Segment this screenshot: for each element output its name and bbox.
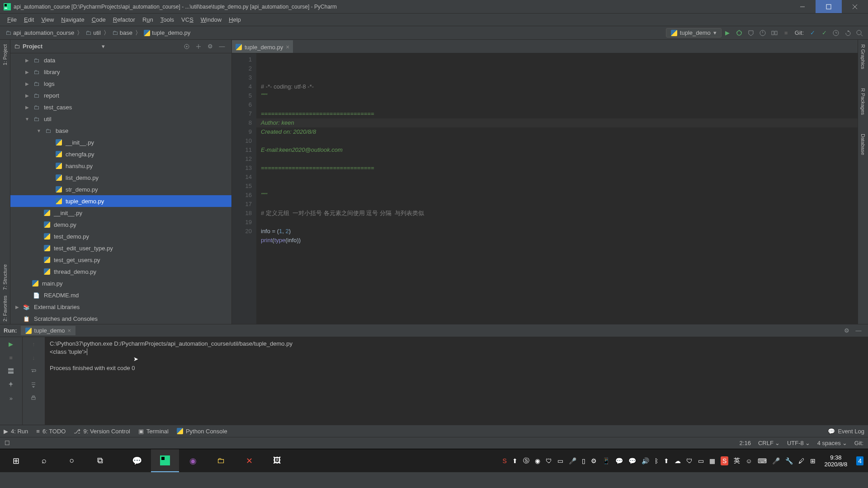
clock[interactable]: 9:38 2020/8/8: [821, 454, 851, 468]
chevron-icon[interactable]: ▶: [24, 81, 30, 86]
tray-icon[interactable]: 📱: [602, 457, 610, 465]
app-icon[interactable]: 🖼: [263, 449, 291, 472]
start-button[interactable]: ⊞: [2, 449, 30, 472]
wechat-icon[interactable]: 💬: [123, 449, 151, 472]
code-area[interactable]: # -*- coding: utf-8 -*- """ ============…: [256, 53, 858, 324]
ime-icon[interactable]: S: [721, 456, 728, 465]
tree-node[interactable]: list_demo.py: [10, 172, 231, 183]
tray-icon[interactable]: Ⓢ: [523, 457, 529, 465]
up-button[interactable]: ↑: [23, 337, 45, 351]
tray-icon[interactable]: ☁: [675, 457, 681, 465]
tray-icon[interactable]: ⊞: [810, 457, 816, 465]
tray-icon[interactable]: 🎤: [569, 457, 576, 465]
ime-lang[interactable]: 英: [734, 457, 740, 465]
chevron-icon[interactable]: ▶: [24, 105, 30, 110]
search-button[interactable]: ⌕: [30, 449, 58, 472]
vcs-update-button[interactable]: ✓: [807, 27, 818, 39]
git-branch[interactable]: Git:: [854, 440, 863, 446]
chevron-icon[interactable]: ▶: [24, 93, 30, 98]
close-button[interactable]: [842, 0, 868, 13]
tray-icon[interactable]: ▦: [709, 457, 715, 465]
app-icon[interactable]: ◉: [179, 449, 207, 472]
hide-button[interactable]: —: [853, 325, 864, 337]
run-output[interactable]: C:\Python37\python.exe D:/PycharmProject…: [45, 337, 868, 425]
maximize-button[interactable]: [816, 0, 842, 13]
stop-button[interactable]: ■: [780, 27, 792, 39]
tab-event-log[interactable]: 💬Event Log: [828, 428, 864, 435]
menu-help[interactable]: Help: [225, 14, 245, 25]
tree-node[interactable]: hanshu.py: [10, 160, 231, 172]
tree-node[interactable]: thread_demo.py: [10, 266, 231, 277]
tree-node[interactable]: ▶library: [10, 66, 231, 78]
minimize-button[interactable]: [789, 0, 816, 13]
tray-icon[interactable]: ⌨: [758, 457, 767, 465]
sidebar-tab-graphics[interactable]: R Graphics: [859, 42, 867, 72]
tree-node[interactable]: ▶test_cases: [10, 101, 231, 113]
tree-node[interactable]: Scratches and Consoles: [10, 313, 231, 324]
expand-button[interactable]: [193, 41, 204, 52]
sidebar-tab-structure[interactable]: 7: Structure: [1, 262, 9, 293]
profile-button[interactable]: [757, 27, 769, 39]
close-tab-icon[interactable]: ×: [286, 43, 289, 51]
menu-tools[interactable]: Tools: [157, 14, 178, 25]
tray-icon[interactable]: 💬: [615, 457, 623, 465]
project-tree[interactable]: ▶data▶library▶logs▶report▶test_cases▼uti…: [10, 53, 231, 324]
vcs-history-button[interactable]: [830, 27, 842, 39]
chevron-icon[interactable]: ▶: [24, 70, 30, 75]
rerun-button[interactable]: ▶: [0, 337, 22, 351]
task-view-button[interactable]: ⧉: [86, 449, 114, 472]
close-icon[interactable]: ×: [68, 327, 71, 334]
tree-node[interactable]: tuple_demo.py: [10, 195, 231, 207]
sidebar-tab-packages[interactable]: R Packages: [859, 85, 867, 117]
menu-edit[interactable]: Edit: [20, 14, 38, 25]
hide-button[interactable]: —: [216, 41, 228, 52]
tree-node[interactable]: ▶data: [10, 54, 231, 66]
tree-node[interactable]: chengfa.py: [10, 148, 231, 160]
chevron-icon[interactable]: ▼: [24, 117, 30, 122]
tray-icon[interactable]: ⚙: [591, 457, 597, 465]
indent[interactable]: 4 spaces⌄: [817, 440, 847, 446]
run-tab[interactable]: tuple_demo ×: [21, 326, 76, 335]
tree-node[interactable]: test_demo.py: [10, 230, 231, 242]
menu-file[interactable]: File: [4, 14, 20, 25]
run-button[interactable]: ▶: [722, 27, 733, 39]
tray-icon[interactable]: ▭: [698, 457, 704, 465]
tree-node[interactable]: str_demo.py: [10, 183, 231, 195]
stop-button[interactable]: ■: [0, 351, 22, 364]
tree-node[interactable]: main.py: [10, 277, 231, 289]
tray-icon[interactable]: ☺: [745, 457, 752, 465]
menu-window[interactable]: Window: [197, 14, 225, 25]
tree-node[interactable]: test_get_users.py: [10, 254, 231, 266]
tab-terminal[interactable]: ▣Terminal: [138, 428, 169, 435]
notifications-icon[interactable]: 4: [856, 456, 863, 465]
sidebar-tab-project[interactable]: 1: Project: [1, 42, 9, 68]
settings-icon[interactable]: ⚙: [204, 41, 216, 52]
tab-todo[interactable]: ≡6: TODO: [36, 428, 66, 435]
chevron-icon[interactable]: ▼: [36, 128, 42, 133]
tree-node[interactable]: demo.py: [10, 219, 231, 230]
tray-icon[interactable]: ⬆: [664, 457, 669, 465]
menu-view[interactable]: View: [38, 14, 57, 25]
breadcrumb-base[interactable]: base: [109, 28, 135, 37]
volume-icon[interactable]: 🔊: [642, 457, 649, 465]
tab-python-console[interactable]: Python Console: [177, 428, 227, 435]
breadcrumb-root[interactable]: api_automation_course: [3, 28, 77, 37]
breadcrumb-util[interactable]: util: [83, 28, 104, 37]
coverage-button[interactable]: [745, 27, 757, 39]
tray-icon[interactable]: 💬: [628, 457, 636, 465]
tree-node[interactable]: README.md: [10, 289, 231, 301]
chevron-icon[interactable]: ▶: [14, 305, 20, 310]
editor-body[interactable]: 1234567891011121314151617181920 # -*- co…: [232, 53, 858, 324]
run-config-selector[interactable]: tuple_demo▾: [666, 28, 722, 38]
bluetooth-icon[interactable]: ᛒ: [655, 457, 658, 465]
debug-button[interactable]: [733, 27, 745, 39]
scroll-button[interactable]: [23, 378, 45, 391]
tray-icon[interactable]: ◉: [535, 457, 540, 465]
settings-icon[interactable]: ⚙: [841, 325, 853, 337]
menu-refactor[interactable]: Refactor: [109, 14, 139, 25]
pin-button[interactable]: [0, 378, 22, 391]
down-button[interactable]: ↓: [23, 351, 45, 364]
wrap-button[interactable]: [23, 364, 45, 378]
tray-icon[interactable]: 🛡: [686, 457, 693, 465]
explorer-icon[interactable]: 🗀: [207, 449, 235, 472]
